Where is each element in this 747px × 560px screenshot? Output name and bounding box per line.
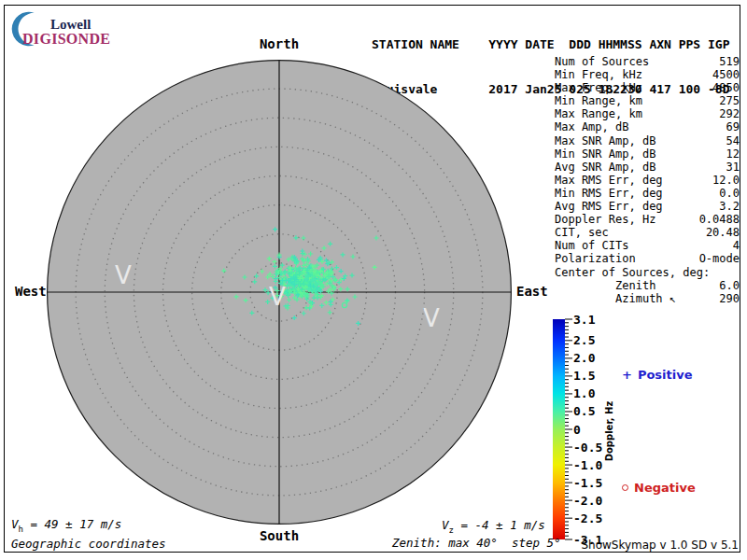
vh-symbol: V: [11, 517, 19, 531]
stat-row: Min Freq, kHz4500: [555, 68, 740, 81]
vz-value: = -4 ± 1 m/s: [454, 518, 545, 532]
colorbar-tick-label: 0.5: [573, 404, 595, 418]
stat-value: 275: [719, 94, 740, 107]
doppler-colorbar: [553, 319, 565, 539]
stat-row: CIT, sec20.48: [555, 226, 740, 239]
stat-value: 6.0: [719, 279, 740, 292]
colorbar-tick-label: 2.5: [573, 333, 595, 347]
stat-row: Azimuth ↖290: [555, 292, 740, 305]
stat-value: 0.0488: [699, 213, 740, 226]
stat-value: 54: [726, 134, 740, 147]
colorbar-tick-label: 3.1: [573, 313, 595, 327]
stat-value: 69: [726, 120, 740, 133]
measurement-stats-panel: Num of Sources519Min Freq, kHz4500Max Fr…: [555, 55, 740, 305]
stat-row: Min Range, km275: [555, 94, 740, 107]
colorbar-tick-label: -1.0: [573, 458, 602, 472]
stat-label: Num of CITs: [555, 239, 628, 252]
stat-value: 31: [726, 161, 740, 174]
vertical-velocity-readout: Vz = -4 ± 1 m/s: [442, 518, 545, 535]
colorbar-tick-label: 1.0: [573, 386, 595, 400]
colorbar-tick-label: 2.0: [573, 351, 595, 365]
stat-value: 12.0: [712, 174, 740, 187]
stat-label: Azimuth ↖: [555, 292, 676, 305]
compass-label-north: North: [260, 36, 299, 51]
stat-label: Zenith: [555, 279, 655, 292]
stat-value: 292: [719, 107, 740, 120]
vz-symbol: V: [442, 518, 449, 532]
stat-label: Polarization: [555, 252, 636, 265]
stat-label: Doppler Res, Hz: [555, 213, 655, 226]
stat-label: Min RMS Err, deg: [555, 187, 663, 200]
stat-label: Max SNR Amp, dB: [555, 134, 655, 147]
stat-value: 519: [719, 55, 740, 68]
zenith-range-note: Zenith: max 40° step 5°: [392, 536, 561, 550]
colorbar-tick-label: -2.5: [573, 511, 602, 525]
stat-label: Center of Sources, deg:: [555, 266, 710, 279]
stat-value: 4850: [712, 81, 740, 94]
compass-label-west: West: [15, 284, 47, 299]
stat-row: Max Amp, dB69: [555, 120, 740, 133]
stat-row: Max Range, km292: [555, 107, 740, 120]
colorbar-tick-label: 0: [573, 423, 581, 437]
stat-value: 4: [733, 239, 740, 252]
stat-row: Min SNR Amp, dB12: [555, 147, 740, 161]
stat-value: 0.0: [719, 187, 740, 200]
stat-row: Min RMS Err, deg0.0: [555, 187, 740, 200]
stat-value: 3.2: [719, 200, 740, 213]
coordinates-mode-label: Geographic coordinates: [11, 537, 166, 551]
stat-row: Avg RMS Err, deg3.2: [555, 200, 740, 213]
software-version-label: ShowSkymap v 1.0 SD v 5.1: [581, 539, 739, 552]
velocity-v-mark: V: [423, 306, 440, 330]
stat-value: O-mode: [699, 252, 740, 265]
legend-negative-label: Negative: [634, 481, 696, 495]
colorbar-ticks: [565, 318, 573, 540]
stat-row: PolarizationO-mode: [555, 252, 740, 265]
circle-marker-icon: [622, 484, 628, 491]
stat-row: Max RMS Err, deg12.0: [555, 174, 740, 187]
stat-value: 4500: [712, 68, 740, 81]
colorbar-axis-title: Doppler, Hz: [604, 401, 614, 462]
stat-label: Avg SNR Amp, dB: [555, 161, 655, 174]
stat-value: 20.48: [706, 226, 740, 239]
stat-label: Min Freq, kHz: [555, 68, 642, 81]
skymap-polar-plot: VVV: [47, 60, 512, 525]
lowell-digisonde-logo: Lowell DIGISONDE: [7, 8, 110, 48]
stat-row: Zenith6.0: [555, 279, 740, 292]
header-columns-line: STATION NAME YYYY DATE DDD HHMMSS AXN PP…: [372, 37, 730, 52]
compass-label-east: East: [516, 284, 548, 299]
stat-row: Num of CITs4: [555, 239, 740, 252]
stat-row: Center of Sources, deg:: [555, 266, 740, 279]
horizontal-velocity-readout: Vh = 49 ± 17 m/s: [11, 517, 121, 534]
vh-value: = 49 ± 17 m/s: [23, 517, 121, 531]
stat-row: Avg SNR Amp, dB31: [555, 161, 740, 174]
stat-row: Doppler Res, Hz0.0488: [555, 213, 740, 226]
stat-label: Min Range, km: [555, 94, 642, 107]
legend-positive-label: Positive: [638, 368, 693, 382]
logo-digisonde-text: DIGISONDE: [22, 31, 110, 48]
legend-positive: + Positive: [622, 368, 693, 382]
velocity-v-mark: V: [115, 263, 132, 287]
stat-value: 12: [726, 147, 740, 161]
stat-label: Avg RMS Err, deg: [555, 200, 663, 213]
stat-label: Max RMS Err, deg: [555, 174, 663, 187]
stat-row: Num of Sources519: [555, 55, 740, 68]
velocity-v-mark: V: [269, 285, 286, 309]
stat-row: Max SNR Amp, dB54: [555, 134, 740, 147]
stat-label: CIT, sec: [555, 226, 609, 239]
compass-label-south: South: [260, 528, 299, 543]
stat-value: 290: [719, 292, 740, 305]
stat-label: Max Amp, dB: [555, 120, 628, 133]
legend-negative: Negative: [622, 481, 696, 495]
colorbar-tick-label: -1.5: [573, 476, 602, 490]
stat-row: Max Freq, kHz4850: [555, 81, 740, 94]
stat-label: Max Range, km: [555, 107, 642, 120]
plus-marker-icon: +: [622, 368, 632, 382]
colorbar-tick-label: -0.5: [573, 441, 602, 455]
stat-label: Max Freq, kHz: [555, 81, 642, 94]
colorbar-tick-label: -2.0: [573, 494, 602, 508]
stat-label: Num of Sources: [555, 55, 649, 68]
colorbar-tick-label: 1.5: [573, 369, 595, 383]
stat-label: Min SNR Amp, dB: [555, 147, 655, 161]
